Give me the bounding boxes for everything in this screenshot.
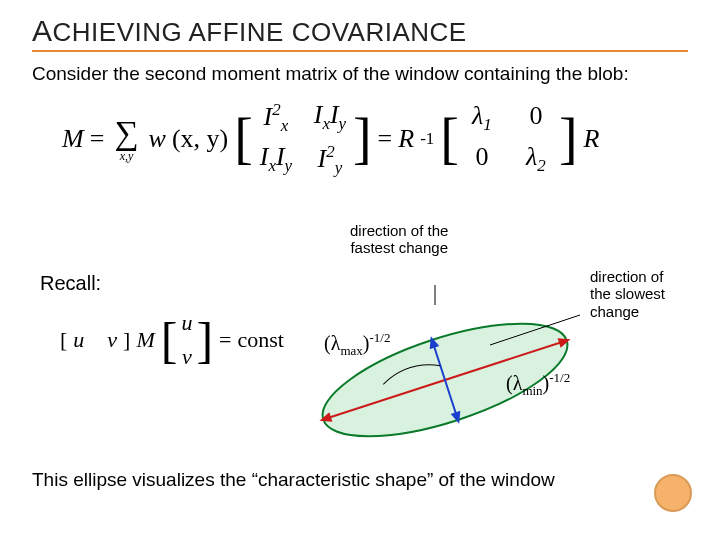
slide-title: ACHIEVING AFFINE COVARIANCE bbox=[32, 14, 688, 52]
intro-text: Consider the second moment matrix of the… bbox=[32, 62, 688, 86]
label-fastest-change: direction of thefastest change bbox=[350, 222, 448, 257]
lambda-max-label: (λmax)-1/2 bbox=[324, 330, 390, 359]
sigma-icon: ∑ x,y bbox=[114, 116, 138, 162]
ellipse-caption: This ellipse visualizes the “characteris… bbox=[32, 468, 688, 492]
lambda-min-label: (λmin)-1/2 bbox=[506, 370, 570, 399]
equation-recall: [ u v ] M [ uv ] = const bbox=[60, 310, 284, 370]
recall-heading: Recall: bbox=[40, 272, 101, 295]
ellipse-diagram bbox=[280, 285, 610, 440]
slide-decoration-dot bbox=[654, 474, 692, 512]
equation-main: M = ∑ x,y w(x, y) [ I2x IxIy IxIy I2y ] … bbox=[62, 100, 688, 178]
